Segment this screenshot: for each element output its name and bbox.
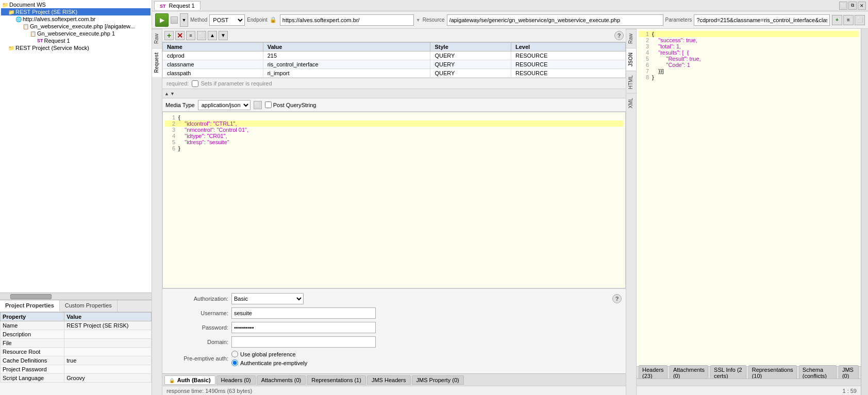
resp-tab-xml[interactable]: XML xyxy=(626,93,636,113)
resp-tab-json[interactable]: JSON xyxy=(626,48,636,71)
scrollbar-inner xyxy=(637,380,861,385)
tab-custom-properties[interactable]: Custom Properties xyxy=(60,300,118,312)
run-button[interactable] xyxy=(155,13,169,27)
tab-jms-headers[interactable]: JMS Headers xyxy=(367,375,411,385)
tree-item-rest-service-mock[interactable]: 📁 REST Project (Service Mock) xyxy=(1,44,151,51)
stop-button[interactable] xyxy=(171,16,178,24)
prop-name: Project Password xyxy=(1,365,64,374)
resp-tab-headers[interactable]: Headers (23) xyxy=(639,365,667,381)
down-param-button[interactable]: ▼ xyxy=(219,31,228,40)
tree-item-request1[interactable]: ST Request 1 xyxy=(1,37,151,44)
prop-value xyxy=(64,330,152,339)
code-line: 1 { xyxy=(165,114,623,121)
scrollbar-thumb[interactable] xyxy=(10,294,52,299)
tab-jms-property[interactable]: JMS Property (0) xyxy=(412,375,464,385)
bottom-tabs: Project Properties Custom Properties xyxy=(0,300,152,312)
password-row: Password: xyxy=(166,322,622,333)
auth-help-button[interactable]: ? xyxy=(612,294,622,303)
resp-tab-ssl-info[interactable]: SSL Info (2 certs) xyxy=(710,365,746,381)
radio-global-input[interactable] xyxy=(231,351,238,357)
restore-btn[interactable]: ⬜ xyxy=(839,2,847,10)
resp-tab-schema[interactable]: Schema (conflicts) xyxy=(799,365,837,381)
tab-label: JMS (0) xyxy=(842,367,854,379)
password-input[interactable] xyxy=(231,322,376,333)
tree-item-label: REST Project (SE RISK) xyxy=(15,9,77,15)
file-icon: 📋 xyxy=(23,24,29,29)
vertical-scrollbar[interactable] xyxy=(861,29,868,395)
response-side: Raw JSON HTML XML 1 { 2 "succe xyxy=(626,29,868,395)
col-style: Style xyxy=(430,43,511,51)
param-style: QUERY xyxy=(430,69,511,78)
tab-label: Attachments (0) xyxy=(261,377,302,383)
arr-down[interactable]: ▼ xyxy=(170,91,175,96)
tab-attachments[interactable]: Attachments (0) xyxy=(257,375,306,385)
tree-item-rest-se-risk[interactable]: 📁 REST Project (SE RISK) xyxy=(1,8,151,15)
body-code-editor[interactable]: 1 { 2 "idcontrol": "CTRL1", 3 "nmcontrol… xyxy=(162,112,626,288)
param-name: classname xyxy=(163,60,263,69)
clone-btn[interactable]: ≡ xyxy=(843,15,854,25)
radio-preemptive[interactable]: Authenticate pre-emptively xyxy=(231,359,307,366)
help-button[interactable]: ? xyxy=(614,31,624,40)
resp-tab-html[interactable]: HTML xyxy=(626,71,636,93)
maximize-btn[interactable]: ⧉ xyxy=(848,2,857,10)
resource-input[interactable] xyxy=(447,14,663,26)
code-line: 5 "idresp": "sesuite" xyxy=(165,139,623,145)
required-checkbox[interactable] xyxy=(192,80,198,87)
resp-line: 5 "Result": true, xyxy=(639,56,859,62)
tab-auth-basic[interactable]: 🔒 Auth (Basic) xyxy=(164,375,215,385)
method-select[interactable]: POST GET PUT DELETE xyxy=(209,14,245,26)
tab-controls: ⬜ ⧉ ✕ xyxy=(839,2,866,10)
expand-param-button[interactable]: ⬜ xyxy=(197,31,206,40)
domain-input[interactable] xyxy=(231,336,376,348)
parameters-input[interactable] xyxy=(694,14,830,26)
clone-param-button[interactable]: ≡ xyxy=(186,31,195,40)
expand-media-btn[interactable]: ⬜ xyxy=(254,101,262,109)
parameters-label: Parameters xyxy=(665,17,692,23)
add-param-btn[interactable]: + xyxy=(832,15,842,25)
post-querystring-checkbox[interactable] xyxy=(265,101,272,108)
endpoint-input[interactable] xyxy=(280,14,414,26)
delete-param-button[interactable]: ✕ xyxy=(175,31,185,40)
tree-item-gn-webservice-1[interactable]: 📋 Gn_webservice_execute.php 1 xyxy=(1,30,151,37)
request-content: + ✕ ≡ ⬜ ▲ ▼ ? Name xyxy=(162,29,626,395)
tree-item-gn-webservice[interactable]: 📋 Gn_webservice_execute.php [/apigatew..… xyxy=(1,23,151,30)
params-toolbar: + ✕ ≡ ⬜ ▲ ▼ ? xyxy=(162,29,626,42)
resp-tab-attachments[interactable]: Attachments (0) xyxy=(670,365,708,381)
tab-raw[interactable]: Raw xyxy=(152,29,162,48)
resp-tab-representations[interactable]: Representations (10) xyxy=(748,365,797,381)
media-type-select[interactable]: application/json text/xml text/plain xyxy=(198,100,251,110)
post-querystring-label[interactable]: Post QueryString xyxy=(265,101,316,108)
resp-line-num: 2 xyxy=(639,37,649,43)
resp-tab-jms[interactable]: JMS (0) xyxy=(839,365,859,381)
resp-code-content: { xyxy=(652,31,654,37)
radio-global[interactable]: Use global preference xyxy=(231,351,307,357)
tree-item-http-alves[interactable]: 🌐 http://alves.softexpert.com.br xyxy=(1,15,151,23)
param-name: classpath xyxy=(163,69,263,78)
response-code-editor[interactable]: 1 { 2 "success": true, 3 "total": 1, xyxy=(637,29,861,366)
expand-btn[interactable]: ⬜ xyxy=(855,15,865,25)
folder-icon: 📁 xyxy=(2,2,8,8)
username-input[interactable] xyxy=(231,307,376,319)
tab-representations[interactable]: Representations (1) xyxy=(307,375,366,385)
tab-request[interactable]: Request xyxy=(152,48,162,77)
tab-project-properties[interactable]: Project Properties xyxy=(0,300,60,312)
tab-headers[interactable]: Headers (0) xyxy=(216,375,256,385)
add-param-button[interactable]: + xyxy=(164,31,174,40)
up-param-button[interactable]: ▲ xyxy=(208,31,217,40)
close-btn[interactable]: ✕ xyxy=(858,2,866,10)
endpoint-dropdown[interactable]: ▼ xyxy=(416,18,421,23)
request-tab[interactable]: ST Request 1 xyxy=(154,1,201,10)
auth-type-select[interactable]: Basic None OAuth 2.0 xyxy=(231,293,304,304)
response-scrollbar[interactable] xyxy=(637,379,861,386)
arr-up[interactable]: ▲ xyxy=(164,91,169,96)
required-bar: required: Sets if parameter is required xyxy=(162,78,626,89)
resp-line-num: 5 xyxy=(639,56,649,62)
horizontal-scrollbar[interactable] xyxy=(0,293,152,300)
tree-item-label: REST Project (Service Mock) xyxy=(15,45,89,51)
response-vert-tabs: Raw JSON HTML XML xyxy=(626,29,637,395)
resp-tab-raw[interactable]: Raw xyxy=(626,29,636,48)
radio-preemptive-input[interactable] xyxy=(231,359,238,366)
dropdown-arrow[interactable]: ▼ xyxy=(180,13,188,27)
tree-item-doc-ws[interactable]: 📁 Document WS xyxy=(1,1,151,8)
col-value: Value xyxy=(263,43,430,51)
